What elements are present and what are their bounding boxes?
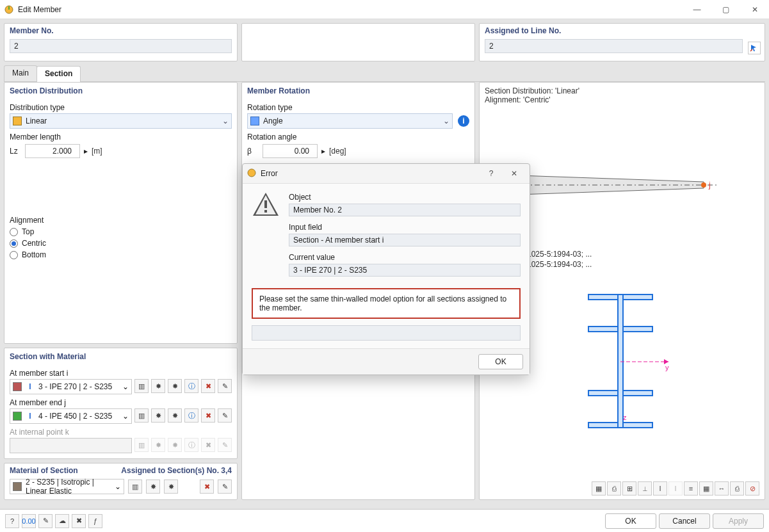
- axes-button[interactable]: ⊞: [622, 481, 636, 496]
- library-button[interactable]: ▥: [134, 408, 149, 423]
- new-button[interactable]: ✸: [146, 480, 160, 494]
- info-button[interactable]: ⓘ: [184, 408, 198, 423]
- error-input-value: Section - At member start i: [289, 234, 521, 246]
- help-button[interactable]: ?: [5, 514, 19, 528]
- assigned-field[interactable]: 2: [485, 39, 743, 53]
- member-no-field[interactable]: 2: [10, 39, 232, 53]
- error-dialog: Error ? ✕ Object Member No. 2 Input fiel…: [242, 163, 530, 375]
- values-button[interactable]: ≡: [684, 481, 698, 496]
- new-button[interactable]: ✸: [151, 408, 165, 423]
- info-button[interactable]: ⓘ: [184, 379, 198, 393]
- local-axes-button[interactable]: ⟂: [638, 481, 652, 496]
- alignment-bottom-row[interactable]: Bottom: [10, 250, 232, 259]
- distribution-swatch-icon: [13, 117, 22, 125]
- material-title: Material of Section: [10, 466, 78, 475]
- new2-button: ✸: [168, 438, 182, 452]
- error-help-button[interactable]: ?: [480, 164, 503, 183]
- preview-line2: Alignment: 'Centric': [485, 95, 759, 104]
- radio-icon: [10, 239, 18, 248]
- distribution-type-label: Distribution type: [10, 103, 232, 112]
- rotation-angle-label: Rotation angle: [247, 133, 469, 141]
- cancel-button[interactable]: Cancel: [659, 513, 710, 529]
- error-object-label: Object: [289, 193, 521, 202]
- tool3-button[interactable]: ✎: [38, 514, 53, 528]
- assigned-panel: Assigned to Line No. 2: [479, 23, 765, 61]
- library-button[interactable]: ▥: [128, 480, 142, 494]
- ishape2-button: I: [668, 481, 683, 496]
- reset-button[interactable]: ⊘: [745, 481, 759, 496]
- svg-line-2: [750, 49, 752, 51]
- material-combo[interactable]: 2 - S235 | Isotropic | Linear Elastic ⌄: [10, 479, 124, 494]
- length-stepper-icon[interactable]: ▸: [84, 147, 88, 156]
- warning-icon: [252, 191, 280, 217]
- member-length-label: Member length: [10, 133, 232, 141]
- pin-button[interactable]: ✎: [218, 408, 232, 423]
- window-close-button[interactable]: ✕: [740, 0, 769, 19]
- chevron-down-icon: ⌄: [115, 482, 121, 491]
- new2-button[interactable]: ✸: [168, 379, 182, 393]
- grid-button[interactable]: ▦: [699, 481, 713, 496]
- material-group: Material of Section Assigned to Section(…: [4, 463, 238, 500]
- rotation-type-value: Angle: [263, 117, 443, 125]
- apply-button: Apply: [713, 513, 764, 529]
- error-extra-field: [252, 325, 521, 341]
- chevron-down-icon: ⌄: [122, 412, 129, 421]
- alignment-centric-row[interactable]: Centric: [10, 239, 232, 248]
- error-close-button[interactable]: ✕: [503, 164, 526, 183]
- new2-button[interactable]: ✸: [164, 480, 178, 494]
- start-section-combo[interactable]: I 3 - IPE 270 | 2 - S235 ⌄: [10, 379, 132, 394]
- window-maximize-button[interactable]: ▢: [711, 0, 740, 19]
- radio-icon: [10, 251, 18, 259]
- delete-button[interactable]: ✖: [201, 379, 215, 393]
- cursor-pick-icon: [750, 44, 759, 52]
- print-button[interactable]: ⎙: [607, 481, 621, 496]
- pick-line-button[interactable]: [748, 42, 761, 54]
- view-button[interactable]: ▦: [592, 481, 606, 496]
- end-section-combo[interactable]: I 4 - IPE 450 | 2 - S235 ⌄: [10, 408, 132, 424]
- delete-button: ✖: [201, 438, 215, 452]
- window-minimize-button[interactable]: ―: [683, 0, 711, 19]
- new2-button[interactable]: ✸: [168, 408, 182, 423]
- svg-rect-22: [264, 210, 267, 213]
- svg-rect-1: [8, 6, 10, 10]
- tool5-button[interactable]: ✖: [72, 514, 86, 528]
- alignment-top-row[interactable]: Top: [10, 227, 232, 236]
- units-button[interactable]: 0.00: [22, 514, 36, 528]
- delete-button[interactable]: ✖: [201, 408, 215, 423]
- distribution-type-combo[interactable]: Linear ⌄: [10, 113, 232, 129]
- length-input[interactable]: 2.000: [25, 144, 80, 158]
- ok-button[interactable]: OK: [605, 513, 656, 529]
- top-middle-panel: [241, 23, 475, 61]
- tool4-button[interactable]: ☁: [55, 514, 69, 528]
- printer2-button[interactable]: ⎙: [730, 481, 744, 496]
- rotation-type-combo[interactable]: Angle ⌄: [247, 113, 453, 129]
- chevron-down-icon: ⌄: [222, 117, 229, 125]
- svg-point-6: [701, 182, 706, 188]
- angle-input[interactable]: 0.00: [263, 144, 318, 158]
- distribution-type-value: Linear: [26, 117, 222, 125]
- new-button[interactable]: ✸: [151, 379, 165, 393]
- pin-button[interactable]: ✎: [218, 379, 232, 393]
- delete-button[interactable]: ✖: [200, 480, 214, 494]
- angle-stepper-icon[interactable]: ▸: [321, 147, 325, 156]
- preview-toolbar: ▦ ⎙ ⊞ ⟂ I I ≡ ▦ ↔ ⎙ ⊘: [592, 481, 759, 496]
- length-symbol: Lz: [10, 147, 21, 156]
- pin-button[interactable]: ✎: [218, 480, 232, 494]
- internal-section-combo: [10, 438, 132, 453]
- svg-text:z: z: [623, 414, 627, 421]
- dim-button[interactable]: ↔: [715, 481, 729, 496]
- ishape-button[interactable]: I: [653, 481, 667, 496]
- chevron-down-icon: ⌄: [122, 382, 129, 391]
- material-assigned: Assigned to Section(s) No. 3,4: [121, 466, 232, 475]
- library-button[interactable]: ▥: [134, 379, 149, 393]
- error-ok-button[interactable]: OK: [478, 354, 523, 369]
- section-with-material-group: Section with Material At member start i …: [4, 348, 238, 459]
- tab-main[interactable]: Main: [4, 65, 37, 81]
- tab-section[interactable]: Section: [36, 66, 81, 82]
- preview-line1: Section Distribution: 'Linear': [485, 86, 759, 95]
- length-unit: [m]: [92, 147, 102, 156]
- library-button: ▥: [134, 438, 149, 452]
- info-icon[interactable]: i: [458, 115, 469, 127]
- error-object-value: Member No. 2: [289, 204, 521, 216]
- tool6-button[interactable]: ƒ: [88, 514, 102, 528]
